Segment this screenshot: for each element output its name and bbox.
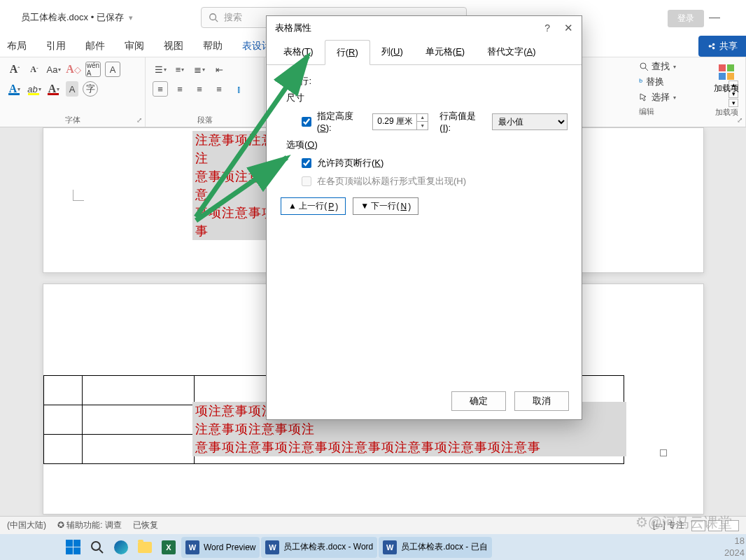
tab-alt-text[interactable]: 替代文字(A) [476, 40, 547, 64]
recover-indicator: 已恢复 [133, 519, 158, 531]
help-button[interactable]: ? [544, 22, 550, 34]
language-indicator[interactable]: (中国大陆) [7, 519, 46, 531]
dialog-body: 第 3 行: 尺寸 指定高度(S): ▲▼ 行高值是(I): 最小值 选项(O)… [267, 65, 582, 383]
dialog-footer: 确定 取消 [267, 383, 582, 419]
login-button[interactable]: 登录 [668, 10, 704, 27]
tab-row[interactable]: 行(R) [325, 40, 370, 65]
svg-line-3 [645, 68, 648, 71]
row-height-combo[interactable]: 最小值 [492, 113, 568, 130]
cancel-button[interactable]: 取消 [514, 391, 569, 411]
font-dialog-launcher-icon[interactable]: ⤢ [136, 116, 142, 124]
specify-height-label: 指定高度(S): [317, 110, 367, 133]
folder-icon [138, 542, 152, 553]
bullets-button[interactable]: ☰▾ [153, 62, 168, 77]
search-placeholder: 搜索 [224, 11, 242, 24]
svg-rect-6 [719, 73, 726, 80]
taskbar-search-button[interactable] [86, 537, 108, 558]
align-justify-button[interactable]: ≡ [211, 81, 227, 97]
tab-table[interactable]: 表格(T) [272, 40, 325, 64]
word-icon: W [265, 540, 279, 554]
tab-references[interactable]: 引用 [39, 37, 73, 55]
highlight-button[interactable]: ab▾ [27, 81, 42, 97]
svg-point-0 [210, 14, 216, 20]
svg-rect-5 [727, 64, 734, 71]
clear-format-button[interactable]: A◇ [66, 62, 81, 77]
tab-help[interactable]: 帮助 [196, 37, 230, 55]
tab-column[interactable]: 列(U) [370, 40, 414, 64]
font-color-blue-button[interactable]: A▾ [7, 81, 22, 97]
tab-layout[interactable]: 布局 [0, 37, 34, 55]
edge-button[interactable] [110, 537, 132, 558]
tab-cell[interactable]: 单元格(E) [414, 40, 476, 64]
minimize-button[interactable]: — [701, 8, 729, 27]
decrease-font-button[interactable]: Aˇ [27, 62, 42, 77]
height-spinner[interactable]: ▲▼ [372, 113, 428, 130]
accessibility-indicator[interactable]: ✪ 辅助功能: 调查 [57, 519, 122, 531]
spin-up-icon[interactable]: ▲ [417, 114, 428, 122]
specify-height-checkbox[interactable] [302, 117, 311, 127]
close-button[interactable]: ✕ [564, 22, 573, 34]
allow-break-label: 允许跨页断行(K) [317, 157, 383, 169]
size-label: 尺寸 [286, 92, 568, 104]
excel-button[interactable]: X [157, 537, 180, 558]
find-button[interactable]: 查找▾ [639, 60, 676, 73]
align-center-button[interactable]: ≡ [172, 81, 188, 97]
char-border-button[interactable]: A [105, 62, 120, 77]
clock-time: 18 [735, 536, 745, 546]
increase-font-button[interactable]: Aˆ [7, 62, 22, 77]
replace-button[interactable]: ᵇ替换 [639, 76, 676, 88]
dialog-title: 表格属性 [275, 22, 311, 34]
explorer-button[interactable] [134, 537, 156, 558]
select-button[interactable]: 选择▾ [639, 91, 676, 104]
spin-down-icon[interactable]: ▼ [417, 122, 428, 130]
edit-group-label: 编辑 [639, 106, 676, 117]
document-title: 员工体检表.docx • 已保存 ▾ [21, 11, 133, 24]
font-group-label: 字体 [7, 115, 138, 125]
multilevel-button[interactable]: ≣▾ [192, 62, 207, 77]
share-icon [707, 41, 717, 51]
row-number-label: 第 3 行: [281, 75, 568, 88]
search-icon [209, 13, 218, 22]
word-preview-task[interactable]: W Word Preview [181, 537, 260, 558]
enclose-char-button[interactable]: 字 [83, 81, 98, 97]
paragraph-group-label: 段落 [153, 115, 257, 125]
row-height-is-label: 行高值是(I): [439, 110, 486, 133]
align-right-button[interactable]: ≡ [192, 81, 207, 97]
change-case-button[interactable]: Aa▾ [46, 62, 62, 77]
status-bar: (中国大陆) ✪ 辅助功能: 调查 已恢复 [▭] 专注 [0, 516, 746, 534]
start-button[interactable] [62, 537, 85, 558]
word-doc1-task[interactable]: W 员工体检表.docx - Word [261, 537, 377, 558]
phonetic-button[interactable]: wénA [85, 62, 101, 77]
chevron-down-icon[interactable]: ▾ [129, 13, 133, 22]
clock-year: 2024 [724, 547, 745, 558]
search-icon [639, 62, 649, 71]
font-color-red-button[interactable]: A▾ [46, 81, 62, 97]
windows-icon [66, 540, 80, 554]
allow-break-checkbox[interactable] [302, 158, 311, 168]
dialog-title-bar: 表格属性 ? ✕ [267, 16, 582, 40]
prev-row-button[interactable]: ▲ 上一行(P) [281, 197, 346, 215]
addon-icon[interactable] [717, 63, 736, 81]
distribute-button[interactable]: ⫿ [231, 81, 246, 97]
page-corner-mark [73, 190, 84, 201]
table-properties-dialog: 表格属性 ? ✕ 表格(T) 行(R) 列(U) 单元格(E) 替代文字(A) … [266, 15, 582, 420]
edit-group: 查找▾ ᵇ替换 选择▾ 编辑 [639, 60, 676, 117]
tab-mail[interactable]: 邮件 [78, 37, 112, 55]
word-doc2-task[interactable]: W 员工体检表.docx - 已自 [379, 537, 491, 558]
font-group: Aˆ Aˇ Aa▾ A◇ wénA A A▾ ab▾ A▾ A 字 字体 ⤢ [0, 57, 146, 127]
edge-icon [114, 540, 128, 554]
next-row-button[interactable]: ▼ 下一行(N) [353, 197, 418, 215]
ok-button[interactable]: 确定 [451, 391, 506, 411]
tab-review[interactable]: 审阅 [118, 37, 151, 55]
numbering-button[interactable]: ≡▾ [172, 62, 188, 77]
repeat-header-label: 在各页顶端以标题行形式重复出现(H) [317, 175, 466, 188]
height-input[interactable] [373, 117, 416, 127]
svg-rect-7 [727, 73, 734, 80]
share-button[interactable]: 共享 [698, 36, 746, 57]
tab-view[interactable]: 视图 [157, 37, 190, 55]
table-resize-handle[interactable] [660, 449, 667, 456]
align-left-button[interactable]: ≡ [153, 81, 168, 97]
indent-left-button[interactable]: ⇤ [211, 62, 227, 77]
char-shading-button[interactable]: A [66, 81, 78, 97]
taskbar: X W Word Preview W 员工体检表.docx - Word W 员… [0, 534, 746, 560]
